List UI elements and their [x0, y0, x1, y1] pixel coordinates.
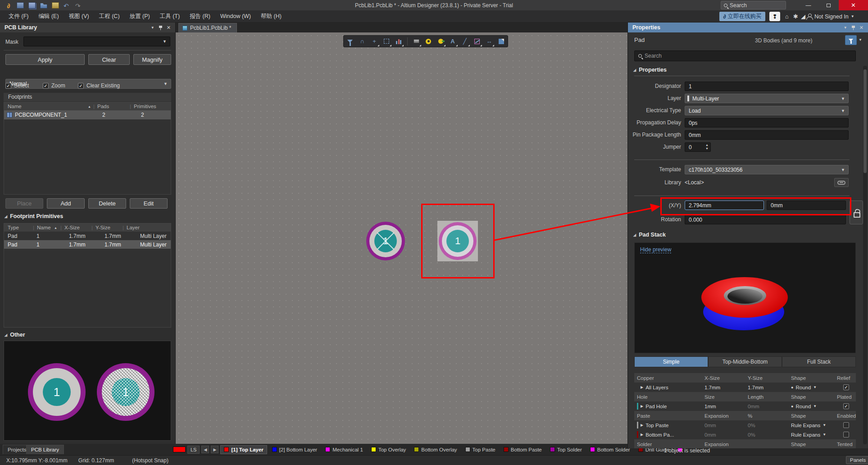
buy-online-button[interactable]: ∂ 立即在线购买: [719, 12, 765, 21]
pad-icon[interactable]: [425, 38, 432, 45]
scrollbar[interactable]: [863, 66, 867, 444]
tab-simple[interactable]: Simple: [634, 356, 708, 367]
save-icon[interactable]: [17, 2, 24, 9]
template-dropdown[interactable]: c170h100_503323056 ▼: [685, 165, 849, 174]
top-paste-shape-dropdown[interactable]: Rule Expans▼: [791, 423, 837, 428]
apply-button[interactable]: Apply: [5, 54, 85, 65]
hole-shape-dropdown[interactable]: ●Round▼: [791, 404, 837, 409]
via-icon[interactable]: [437, 38, 444, 45]
notifications-icon[interactable]: ◢: [801, 13, 805, 20]
bottom-paste-shape-dropdown[interactable]: Rule Expans▼: [791, 432, 837, 438]
all-layers-row[interactable]: ▶All Layers 1.7mm 1.7mm ●Round▼ ✓: [634, 383, 856, 392]
plated-checkbox-checked[interactable]: ✓: [843, 403, 849, 409]
tab-top-middle-bottom[interactable]: Top-Middle-Bottom: [708, 356, 782, 367]
x-coordinate-field[interactable]: 2.794mm: [685, 201, 764, 210]
layer-tab-bottom-solder[interactable]: Bottom Solder: [587, 446, 633, 454]
close-button[interactable]: ✕: [839, 0, 868, 10]
chevron-down-icon[interactable]: ▼: [859, 38, 862, 42]
text-icon[interactable]: A: [449, 38, 456, 45]
y-coordinate-field[interactable]: 0mm: [767, 201, 846, 210]
lock-location-button[interactable]: [850, 201, 863, 224]
tab-full-stack[interactable]: Full Stack: [782, 356, 856, 367]
scrollbar-thumb[interactable]: [863, 69, 867, 173]
document-tab-pcblib1[interactable]: PcbLib1.PcbLib *: [178, 23, 237, 32]
sign-in-menu[interactable]: Not Signed In ▼: [806, 12, 854, 21]
home-icon[interactable]: ⌂: [785, 13, 789, 20]
top-paste-enabled-checkbox[interactable]: [843, 422, 849, 428]
comment-icon[interactable]: ❢: [769, 12, 780, 21]
column-type[interactable]: Type: [4, 225, 33, 230]
save-all-icon[interactable]: [28, 2, 36, 9]
close-icon[interactable]: ✕: [167, 25, 171, 31]
hide-preview-link[interactable]: Hide preview: [640, 246, 671, 253]
magnify-button[interactable]: Magnify: [133, 54, 171, 65]
copper-shape-dropdown[interactable]: ●Round▼: [791, 385, 837, 390]
move-icon[interactable]: +: [371, 38, 378, 45]
footprint-row-pcbcomponent-1[interactable]: PCBCOMPONENT_1 2 2: [4, 110, 171, 119]
library-link-button[interactable]: [834, 178, 849, 187]
menu-place[interactable]: 放置 (P): [125, 10, 155, 22]
electrical-type-dropdown[interactable]: Load ▼: [685, 106, 849, 115]
hole-size-value[interactable]: 1mm: [704, 404, 748, 409]
add-button[interactable]: Add: [47, 198, 85, 209]
copper-x-value[interactable]: 1.7mm: [704, 385, 748, 390]
primitives-table-header[interactable]: Type | Name ▲ | X-Size | Y-Size | Layer: [4, 223, 171, 232]
menu-project[interactable]: 工程 (C): [94, 10, 125, 22]
primitive-row-pad-1[interactable]: Pad 1 1.7mm 1.7mm Multi Layer: [4, 232, 171, 240]
top-paste-percent[interactable]: 0%: [748, 423, 791, 428]
properties-section-header[interactable]: ◢ Properties: [633, 67, 667, 73]
relief-checkbox-checked[interactable]: ✓: [843, 384, 849, 390]
column-primitives[interactable]: Primitives: [131, 104, 156, 109]
pcb-editor-canvas[interactable]: PcbLib1.PcbLib * ∩ + A ╱ ↔ 1 1: [176, 23, 627, 444]
pad-hole-row[interactable]: ▶Pad Hole 1mm 0mm ●Round▼ ✓: [634, 401, 856, 411]
grid-settings-icon[interactable]: [395, 38, 402, 45]
mask-dropdown[interactable]: ▼: [23, 36, 170, 46]
expand-icon[interactable]: ▶: [641, 385, 643, 389]
column-y-size[interactable]: Y-Size: [93, 225, 123, 230]
menu-reports[interactable]: 报告 (R): [185, 10, 215, 22]
menu-view[interactable]: 视图 (V): [64, 10, 94, 22]
route-icon[interactable]: [473, 38, 481, 45]
properties-search-input[interactable]: Search: [634, 50, 856, 61]
panel-menu-icon[interactable]: ▼: [151, 26, 155, 30]
propagation-delay-field[interactable]: 0ps: [685, 118, 849, 128]
menu-tools[interactable]: 工具 (T): [155, 10, 185, 22]
column-name[interactable]: Name: [4, 104, 88, 109]
filter-icon[interactable]: [346, 38, 354, 45]
designator-field[interactable]: 1: [685, 82, 849, 91]
column-layer[interactable]: Layer: [124, 225, 140, 230]
scroll-left-icon[interactable]: ◀: [201, 446, 209, 453]
expand-icon[interactable]: ▶: [641, 423, 643, 427]
bottom-paste-expansion[interactable]: 0mm: [704, 432, 748, 438]
clear-button[interactable]: Clear: [88, 54, 130, 65]
layer-dropdown[interactable]: Multi-Layer ▼: [685, 94, 849, 103]
snap-magnet-icon[interactable]: ∩: [359, 38, 366, 45]
spin-up-icon[interactable]: ▲: [705, 143, 709, 147]
maximize-button[interactable]: [818, 0, 839, 10]
expand-icon[interactable]: ▶: [641, 433, 643, 437]
menu-file[interactable]: 文件 (F): [4, 10, 33, 22]
bottom-paste-enabled-checkbox[interactable]: [843, 432, 849, 438]
pin-icon[interactable]: [851, 25, 855, 30]
current-layer-color-swatch[interactable]: [173, 447, 186, 452]
panels-button[interactable]: Panels: [846, 456, 868, 464]
column-x-size[interactable]: X-Size: [62, 225, 91, 230]
edit-button[interactable]: Edit: [130, 198, 168, 209]
layer-tab-mechanical-1[interactable]: Mechanical 1: [322, 446, 366, 454]
dimension-icon[interactable]: ↔: [486, 38, 493, 45]
layer-sets-button[interactable]: LS: [187, 446, 200, 454]
expand-icon[interactable]: ▶: [641, 404, 643, 408]
search-input[interactable]: Search: [721, 1, 786, 9]
pad-stack-section-header[interactable]: ◢ Pad Stack: [633, 232, 666, 238]
line-icon[interactable]: ╱: [461, 38, 468, 45]
jumper-stepper[interactable]: 0 ▲▼: [685, 142, 711, 152]
column-pads[interactable]: Pads: [95, 104, 130, 109]
clear-existing-checkbox[interactable]: ✓ Clear Existing: [78, 82, 120, 89]
footprint-primitives-section-header[interactable]: ◢ Footprint Primitives: [5, 213, 63, 219]
open-icon[interactable]: [40, 2, 47, 9]
object-filter-button[interactable]: [845, 35, 857, 45]
column-name[interactable]: Name: [34, 225, 54, 230]
primitive-row-pad-2-selected[interactable]: Pad 1 1.7mm 1.7mm Multi Layer: [4, 240, 171, 249]
pin-icon[interactable]: [159, 25, 163, 30]
minimize-button[interactable]: —: [798, 0, 818, 10]
